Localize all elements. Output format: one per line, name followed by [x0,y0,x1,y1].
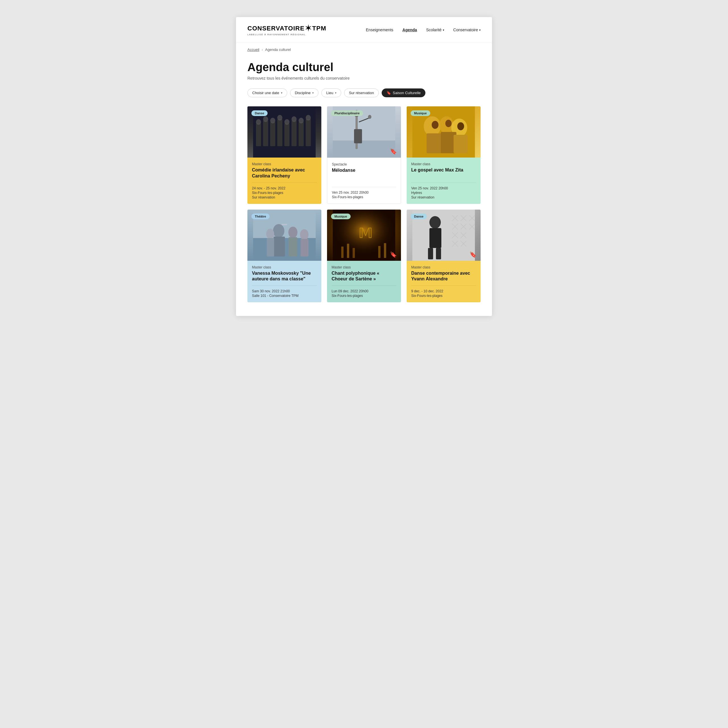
nav-scolarite-chevron: ▾ [443,28,444,32]
card-date-2: Ven 25 nov. 2022 20h00 [332,191,396,194]
card-meta-3: Ven 25 nov. 2022 20h00 Hyères Sur réserv… [411,183,476,199]
card-badge-5: Musique [331,214,351,219]
card-title-3: Le gospel avec Max Zita [411,167,476,173]
card-title-5: Chant polyphonique « Choeur de Sartène » [332,271,396,282]
filter-sur-reservation[interactable]: Sur réservation [344,89,379,97]
card-type-6: Master class [411,265,476,269]
breadcrumb-current: Agenda culturel [265,47,291,52]
logo-star-icon: ✶ [305,24,312,33]
event-card-6[interactable]: Danse 🔖 Master class Danse contemporaine… [407,210,480,303]
filter-discipline[interactable]: Discipline ▾ [290,89,319,97]
event-card-1[interactable]: Danse Master class Comédie irlandaise av… [248,106,321,204]
card-badge-3: Musique [411,110,430,116]
svg-rect-2 [263,121,268,146]
svg-rect-51 [378,246,381,258]
event-card-4[interactable]: Théâtre Master class Vanessa Moskovosky … [248,210,321,303]
svg-point-10 [263,116,268,122]
breadcrumb-separator: › [262,47,263,52]
page-subtitle: Retrouvez tous les événements culturels … [248,76,480,81]
bookmark-icon-6: 🔖 [470,252,477,257]
filter-lieu[interactable]: Lieu ▾ [321,89,341,97]
filter-date-chevron: ▾ [281,91,282,95]
card-title-1: Comédie irlandaise avec Carolina Pecheny [252,167,317,179]
card-title-6: Danse contemporaine avec Yvann Alexandre [411,271,476,282]
card-image-1: Danse [248,106,321,158]
nav-conservatoire[interactable]: Conservatoire ▾ [453,28,480,32]
svg-point-31 [432,121,439,129]
header: CONSERVATOIRE ✶ TPM LABELLISÉ À RAYONNEM… [236,17,492,43]
svg-point-36 [273,224,284,238]
card-image-6: Danse 🔖 [407,210,480,261]
svg-point-14 [292,116,297,122]
svg-point-40 [266,229,274,239]
svg-rect-43 [301,239,309,257]
svg-point-13 [284,119,289,125]
card-badge-4: Théâtre [251,214,269,219]
svg-rect-30 [454,135,468,153]
svg-point-12 [277,115,282,121]
svg-rect-76 [428,248,433,259]
nav-agenda[interactable]: Agenda [402,28,417,32]
svg-point-9 [256,119,261,125]
svg-rect-3 [270,122,275,146]
event-card-5[interactable]: 𝕄 Musique 🔖 Master class Chant polyphoni… [327,210,401,303]
svg-rect-41 [267,238,274,257]
card-title-2: Mélodanse [332,168,396,173]
card-type-3: Master class [411,162,476,166]
svg-point-16 [306,115,311,121]
filter-date[interactable]: Choisir une date ▾ [248,89,287,97]
card-image-2: Pluridisciplinaire 🔖 [327,106,401,158]
logo-subtitle: LABELLISÉ À RAYONNEMENT RÉGIONAL [248,33,326,36]
card-body-5: Master class Chant polyphonique « Choeur… [327,261,401,303]
event-card-3[interactable]: Musique Master class Le gospel avec Max … [407,106,480,204]
card-reservation-1: Sur réservation [252,195,317,199]
card-body-1: Master class Comédie irlandaise avec Car… [248,158,321,204]
card-badge-6: Danse [411,214,427,219]
svg-rect-49 [347,244,349,258]
nav-enseignements[interactable]: Enseignements [366,28,393,32]
filter-saison-culturelle[interactable]: 🔖 Saison Culturelle [382,89,425,97]
card-meta-4: Sam 30 nov. 2022 21h00 Salle 101 - Conse… [252,286,317,298]
bookmark-filter-icon: 🔖 [387,91,391,95]
card-date-4: Sam 30 nov. 2022 21h00 [252,289,317,293]
breadcrumb-home[interactable]: Accueil [248,47,259,52]
svg-rect-48 [341,246,344,258]
card-type-5: Master class [332,265,396,269]
svg-rect-4 [277,119,282,146]
svg-rect-50 [353,248,355,258]
card-badge-2: Pluridisciplinaire [331,110,363,116]
card-meta-6: 9 dec. - 10 dec. 2022 Six-Fours-les-plag… [411,286,476,298]
card-body-6: Master class Danse contemporaine avec Yv… [407,261,480,303]
card-location-6: Six-Fours-les-plages [411,294,476,298]
svg-point-23 [368,115,372,119]
card-location-3: Hyères [411,191,476,195]
card-date-1: 24 nov. - 25 nov. 2022 [252,186,317,190]
card-date-6: 9 dec. - 10 dec. 2022 [411,289,476,293]
breadcrumb: Accueil › Agenda culturel [236,43,492,54]
svg-rect-52 [384,243,386,258]
svg-point-74 [430,216,441,229]
card-type-4: Master class [252,265,317,269]
event-card-2[interactable]: Pluridisciplinaire 🔖 Spectacle Mélodanse… [327,106,401,204]
svg-rect-6 [292,121,297,146]
card-image-4: Théâtre [248,210,321,261]
svg-rect-77 [436,248,441,259]
card-meta-5: Lun 09 dec. 2022 20h00 Six-Fours-les-pla… [332,286,396,298]
filter-discipline-chevron: ▾ [312,91,314,95]
bookmark-icon-2: 🔖 [390,148,397,154]
logo: CONSERVATOIRE ✶ TPM LABELLISÉ À RAYONNEM… [248,24,326,36]
card-image-5: 𝕄 Musique 🔖 [327,210,401,261]
svg-point-42 [300,229,309,240]
card-body-2: Spectacle Mélodanse Ven 25 nov. 2022 20h… [327,158,401,204]
card-date-3: Ven 25 nov. 2022 20h00 [411,186,476,190]
card-title-4: Vanessa Moskovosky "Une auteure dans ma … [252,271,317,282]
card-reservation-3: Sur réservation [411,195,476,199]
svg-text:𝕄: 𝕄 [358,225,373,241]
page-title: Agenda culturel [248,61,480,73]
nav-scolarite[interactable]: Scolarité ▾ [426,28,444,32]
page-container: CONSERVATOIRE ✶ TPM LABELLISÉ À RAYONNEM… [236,17,492,316]
svg-point-11 [270,118,275,124]
logo-main: CONSERVATOIRE ✶ TPM [248,24,326,33]
svg-rect-21 [354,129,362,143]
svg-point-32 [445,120,451,127]
